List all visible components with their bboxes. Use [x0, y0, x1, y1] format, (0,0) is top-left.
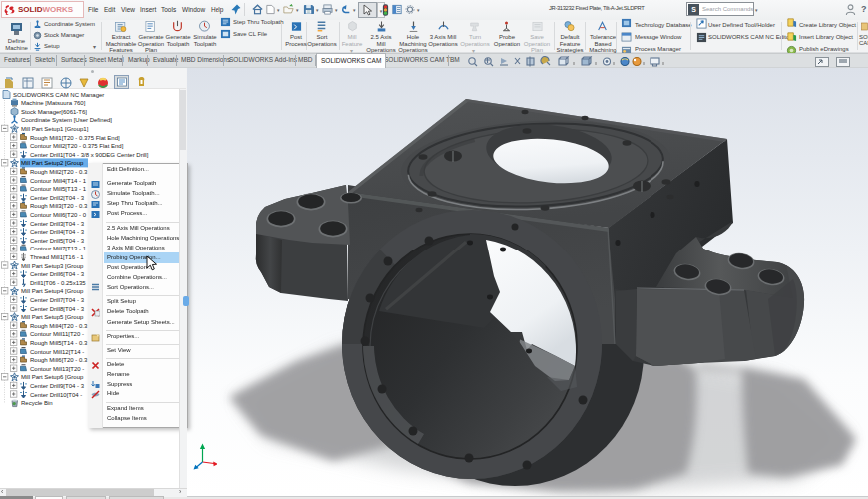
svg-text:Mill Part Setup6 [Group: Mill Part Setup6 [Group — [21, 374, 84, 380]
svg-text:Rough Mill1[T20 - 0.375 Flat E: Rough Mill1[T20 - 0.375 Flat End] — [30, 135, 120, 141]
svg-text:Center Drill8[T04 - 3: Center Drill8[T04 - 3 — [30, 306, 85, 312]
svg-text:Rough Mill3[T20 - 0.3: Rough Mill3[T20 - 0.3 — [30, 203, 88, 209]
svg-text:Mill Part Setup4 [Group: Mill Part Setup4 [Group — [21, 288, 84, 294]
svg-text:Contour Mill13[T20 -: Contour Mill13[T20 - — [30, 366, 84, 372]
svg-text:Contour Mill12[T14 -: Contour Mill12[T14 - — [30, 349, 84, 355]
svg-text:Center Drill7[T04 - 3: Center Drill7[T04 - 3 — [30, 297, 85, 303]
svg-text:Thread Mill1[T16 - 1: Thread Mill1[T16 - 1 — [30, 254, 84, 260]
svg-text:Mill Part Setup2 [Group: Mill Part Setup2 [Group — [21, 160, 84, 166]
svg-text:Center Drill9[T04 - 3: Center Drill9[T04 - 3 — [30, 383, 85, 389]
svg-text:Contour Mill5[T13 - 1: Contour Mill5[T13 - 1 — [30, 186, 87, 192]
svg-text:Center Drill2[T04 - 3: Center Drill2[T04 - 3 — [30, 195, 85, 201]
svg-text:Mill Part Setup5 [Group: Mill Part Setup5 [Group — [21, 314, 84, 320]
svg-text:Contour Mill2[T20 - 0.375 Flat: Contour Mill2[T20 - 0.375 Flat End] — [30, 143, 124, 149]
svg-text:Coordinate System [User Define: Coordinate System [User Defined] — [21, 117, 112, 123]
svg-text:Contour Mill4[T14 - 1: Contour Mill4[T14 - 1 — [30, 178, 87, 184]
svg-text:Center Drill1[T04 - 3/8 x 90DE: Center Drill1[T04 - 3/8 x 90DEG Center D… — [30, 152, 149, 158]
svg-text:Rough Mill4[T20 - 0.3: Rough Mill4[T20 - 0.3 — [30, 323, 88, 329]
svg-text:Center Drill5[T04 - 3: Center Drill5[T04 - 3 — [30, 238, 85, 244]
svg-text:Stock Manager[6061-T6]: Stock Manager[6061-T6] — [21, 109, 87, 115]
svg-text:Center Drill6[T04 - 3: Center Drill6[T04 - 3 — [30, 271, 85, 277]
svg-text:Center Drill10[T04 -: Center Drill10[T04 - — [30, 392, 82, 398]
svg-text:SOLIDWORKS CAM NC Manager: SOLIDWORKS CAM NC Manager — [13, 92, 104, 98]
svg-text:Machine [Matsuura 760]: Machine [Matsuura 760] — [21, 100, 86, 106]
svg-text:Rough Mill6[T20 - 0.3: Rough Mill6[T20 - 0.3 — [30, 357, 88, 363]
svg-text:Contour Mill6[T20 - 0: Contour Mill6[T20 - 0 — [30, 212, 87, 218]
svg-text:Mill Part Setup1 [Group1]: Mill Part Setup1 [Group1] — [21, 126, 89, 132]
svg-text:Center Drill3[T04 - 3: Center Drill3[T04 - 3 — [30, 221, 85, 227]
svg-text:Drill1[T06 - 0.25x135: Drill1[T06 - 0.25x135 — [30, 280, 86, 286]
svg-text:Contour Mill7[T13 - 1: Contour Mill7[T13 - 1 — [30, 246, 87, 251]
svg-text:Recycle Bin: Recycle Bin — [21, 400, 53, 406]
svg-text:Mill Part Setup3 [Group: Mill Part Setup3 [Group — [21, 263, 84, 269]
svg-text:Contour Mill11[T20 -: Contour Mill11[T20 - — [30, 331, 84, 337]
svg-text:Center Drill4[T04 - 3: Center Drill4[T04 - 3 — [30, 229, 85, 235]
svg-text:Rough Mill5[T14 - 0.3: Rough Mill5[T14 - 0.3 — [30, 340, 88, 346]
svg-text:Rough Mill2[T20 - 0.3: Rough Mill2[T20 - 0.3 — [30, 169, 88, 175]
